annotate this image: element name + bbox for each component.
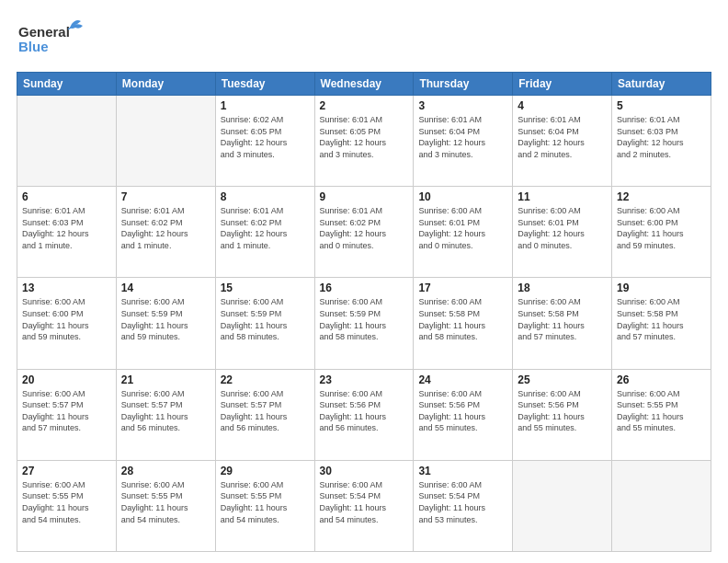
- day-info: Sunrise: 6:00 AM Sunset: 5:57 PM Dayligh…: [221, 388, 310, 434]
- day-info: Sunrise: 6:00 AM Sunset: 5:56 PM Dayligh…: [518, 388, 607, 434]
- calendar-cell: 8Sunrise: 6:01 AM Sunset: 6:02 PM Daylig…: [215, 187, 314, 278]
- calendar-header-thursday: Thursday: [414, 73, 513, 96]
- header: General Blue: [17, 17, 711, 63]
- calendar-table: SundayMondayTuesdayWednesdayThursdayFrid…: [17, 72, 711, 552]
- day-info: Sunrise: 6:00 AM Sunset: 5:56 PM Dayligh…: [320, 388, 409, 434]
- day-number: 21: [121, 373, 210, 386]
- calendar-header-monday: Monday: [116, 73, 215, 96]
- day-info: Sunrise: 6:01 AM Sunset: 6:02 PM Dayligh…: [320, 205, 409, 251]
- calendar-cell: 28Sunrise: 6:00 AM Sunset: 5:55 PM Dayli…: [116, 460, 215, 551]
- day-info: Sunrise: 6:01 AM Sunset: 6:02 PM Dayligh…: [221, 205, 310, 251]
- day-number: 30: [320, 465, 409, 477]
- calendar-week-1: 6Sunrise: 6:01 AM Sunset: 6:03 PM Daylig…: [17, 187, 711, 278]
- calendar-cell: 10Sunrise: 6:00 AM Sunset: 6:01 PM Dayli…: [414, 187, 513, 278]
- day-number: 16: [320, 282, 409, 294]
- day-info: Sunrise: 6:01 AM Sunset: 6:03 PM Dayligh…: [22, 205, 111, 251]
- day-info: Sunrise: 6:01 AM Sunset: 6:05 PM Dayligh…: [320, 114, 409, 160]
- day-number: 1: [221, 99, 310, 112]
- day-number: 12: [617, 190, 706, 203]
- day-info: Sunrise: 6:01 AM Sunset: 6:03 PM Dayligh…: [617, 114, 706, 160]
- calendar-cell: 30Sunrise: 6:00 AM Sunset: 5:54 PM Dayli…: [314, 460, 414, 551]
- day-info: Sunrise: 6:00 AM Sunset: 5:57 PM Dayligh…: [22, 388, 111, 434]
- calendar-cell: 26Sunrise: 6:00 AM Sunset: 5:55 PM Dayli…: [612, 369, 711, 460]
- calendar-header-tuesday: Tuesday: [215, 73, 314, 96]
- day-number: 20: [22, 373, 111, 386]
- day-number: 7: [121, 190, 210, 203]
- calendar-header-wednesday: Wednesday: [314, 73, 414, 96]
- day-info: Sunrise: 6:02 AM Sunset: 6:05 PM Dayligh…: [221, 114, 310, 160]
- day-number: 24: [418, 373, 507, 386]
- day-info: Sunrise: 6:00 AM Sunset: 5:55 PM Dayligh…: [617, 388, 706, 434]
- calendar-cell: 23Sunrise: 6:00 AM Sunset: 5:56 PM Dayli…: [314, 369, 414, 460]
- day-number: 6: [22, 190, 111, 203]
- calendar-week-0: 1Sunrise: 6:02 AM Sunset: 6:05 PM Daylig…: [17, 96, 711, 187]
- calendar-cell: 19Sunrise: 6:00 AM Sunset: 5:58 PM Dayli…: [612, 278, 711, 369]
- calendar-cell: 31Sunrise: 6:00 AM Sunset: 5:54 PM Dayli…: [414, 460, 513, 551]
- day-number: 9: [320, 190, 409, 203]
- day-info: Sunrise: 6:01 AM Sunset: 6:02 PM Dayligh…: [121, 205, 210, 251]
- calendar-cell: 18Sunrise: 6:00 AM Sunset: 5:58 PM Dayli…: [513, 278, 612, 369]
- calendar-cell: 12Sunrise: 6:00 AM Sunset: 6:00 PM Dayli…: [612, 187, 711, 278]
- calendar-cell: 29Sunrise: 6:00 AM Sunset: 5:55 PM Dayli…: [215, 460, 314, 551]
- day-info: Sunrise: 6:00 AM Sunset: 5:55 PM Dayligh…: [22, 479, 111, 525]
- calendar-cell: 24Sunrise: 6:00 AM Sunset: 5:56 PM Dayli…: [414, 369, 513, 460]
- day-info: Sunrise: 6:00 AM Sunset: 6:01 PM Dayligh…: [518, 205, 607, 251]
- calendar-cell: 5Sunrise: 6:01 AM Sunset: 6:03 PM Daylig…: [612, 96, 711, 187]
- day-info: Sunrise: 6:00 AM Sunset: 5:54 PM Dayligh…: [320, 479, 409, 525]
- logo: General Blue: [17, 17, 90, 63]
- calendar-week-2: 13Sunrise: 6:00 AM Sunset: 6:00 PM Dayli…: [17, 278, 711, 369]
- day-info: Sunrise: 6:00 AM Sunset: 5:57 PM Dayligh…: [121, 388, 210, 434]
- day-number: 8: [221, 190, 310, 203]
- svg-text:Blue: Blue: [18, 39, 49, 54]
- calendar-cell: 22Sunrise: 6:00 AM Sunset: 5:57 PM Dayli…: [215, 369, 314, 460]
- logo-svg: General Blue: [17, 17, 90, 63]
- day-info: Sunrise: 6:00 AM Sunset: 5:55 PM Dayligh…: [221, 479, 310, 525]
- calendar-cell: [116, 96, 215, 187]
- calendar-cell: 17Sunrise: 6:00 AM Sunset: 5:58 PM Dayli…: [414, 278, 513, 369]
- svg-text:General: General: [18, 24, 70, 40]
- day-number: 2: [320, 99, 409, 112]
- day-number: 15: [221, 282, 310, 294]
- calendar-cell: 3Sunrise: 6:01 AM Sunset: 6:04 PM Daylig…: [414, 96, 513, 187]
- calendar-week-3: 20Sunrise: 6:00 AM Sunset: 5:57 PM Dayli…: [17, 369, 711, 460]
- calendar-cell: 1Sunrise: 6:02 AM Sunset: 6:05 PM Daylig…: [215, 96, 314, 187]
- day-info: Sunrise: 6:00 AM Sunset: 6:00 PM Dayligh…: [22, 296, 111, 342]
- day-info: Sunrise: 6:01 AM Sunset: 6:04 PM Dayligh…: [418, 114, 507, 160]
- day-number: 23: [320, 373, 409, 386]
- calendar-cell: [17, 96, 117, 187]
- day-info: Sunrise: 6:00 AM Sunset: 5:59 PM Dayligh…: [121, 296, 210, 342]
- calendar-cell: 16Sunrise: 6:00 AM Sunset: 5:59 PM Dayli…: [314, 278, 414, 369]
- day-number: 26: [617, 373, 706, 386]
- calendar-cell: 6Sunrise: 6:01 AM Sunset: 6:03 PM Daylig…: [17, 187, 117, 278]
- day-number: 13: [22, 282, 111, 294]
- calendar-week-4: 27Sunrise: 6:00 AM Sunset: 5:55 PM Dayli…: [17, 460, 711, 551]
- calendar-cell: 11Sunrise: 6:00 AM Sunset: 6:01 PM Dayli…: [513, 187, 612, 278]
- calendar-header-sunday: Sunday: [17, 73, 117, 96]
- day-info: Sunrise: 6:00 AM Sunset: 5:58 PM Dayligh…: [518, 296, 607, 342]
- day-info: Sunrise: 6:00 AM Sunset: 5:58 PM Dayligh…: [617, 296, 706, 342]
- calendar-cell: [612, 460, 711, 551]
- day-number: 31: [418, 465, 507, 477]
- day-number: 22: [221, 373, 310, 386]
- calendar-header-row: SundayMondayTuesdayWednesdayThursdayFrid…: [17, 73, 711, 96]
- calendar-header-saturday: Saturday: [612, 73, 711, 96]
- day-number: 28: [121, 465, 210, 477]
- day-number: 5: [617, 99, 706, 112]
- day-info: Sunrise: 6:00 AM Sunset: 5:59 PM Dayligh…: [221, 296, 310, 342]
- day-number: 27: [22, 465, 111, 477]
- calendar-cell: 9Sunrise: 6:01 AM Sunset: 6:02 PM Daylig…: [314, 187, 414, 278]
- day-info: Sunrise: 6:00 AM Sunset: 6:01 PM Dayligh…: [418, 205, 507, 251]
- calendar-cell: 15Sunrise: 6:00 AM Sunset: 5:59 PM Dayli…: [215, 278, 314, 369]
- day-info: Sunrise: 6:00 AM Sunset: 6:00 PM Dayligh…: [617, 205, 706, 251]
- day-info: Sunrise: 6:01 AM Sunset: 6:04 PM Dayligh…: [518, 114, 607, 160]
- calendar-cell: 21Sunrise: 6:00 AM Sunset: 5:57 PM Dayli…: [116, 369, 215, 460]
- day-number: 4: [518, 99, 607, 112]
- day-number: 25: [518, 373, 607, 386]
- day-number: 3: [418, 99, 507, 112]
- page: General Blue SundayMondayTuesdayWednesda…: [0, 0, 728, 563]
- day-number: 10: [418, 190, 507, 203]
- calendar-header-friday: Friday: [513, 73, 612, 96]
- calendar-cell: 25Sunrise: 6:00 AM Sunset: 5:56 PM Dayli…: [513, 369, 612, 460]
- day-number: 11: [518, 190, 607, 203]
- day-info: Sunrise: 6:00 AM Sunset: 5:58 PM Dayligh…: [418, 296, 507, 342]
